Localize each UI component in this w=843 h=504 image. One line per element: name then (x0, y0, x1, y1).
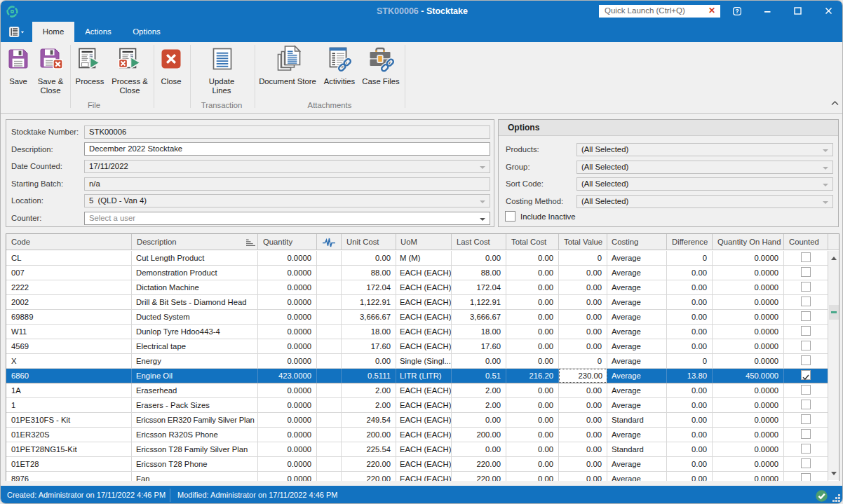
svg-text:?: ? (735, 8, 739, 15)
